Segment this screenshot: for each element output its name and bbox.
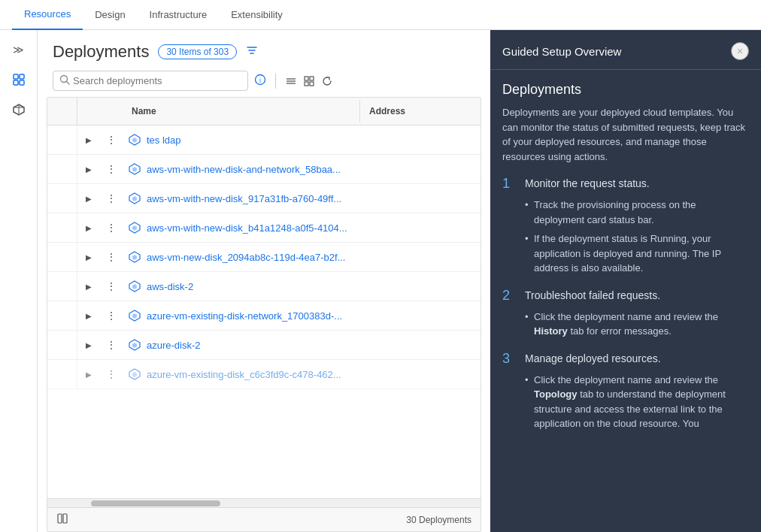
svg-rect-14: [310, 82, 314, 86]
search-wrapper[interactable]: [53, 71, 248, 91]
row-menu-button[interactable]: ⋮: [100, 310, 123, 322]
search-bar: i: [38, 68, 490, 97]
search-input[interactable]: [73, 75, 241, 86]
table-split-icon[interactable]: [56, 512, 68, 527]
table-row: ▶ ⋮ aws-vm-new-disk_2094ab8c-119d-4ea7-b…: [47, 243, 481, 272]
table-row: ▶ ⋮ azure-vm-existing-disk_c6c3fd9c-c478…: [47, 360, 481, 389]
row-expand-button[interactable]: ▶: [77, 136, 100, 144]
row-address-cell: [360, 166, 481, 172]
step-1-number: 1: [502, 176, 517, 192]
step-2-bullet-1: Click the deployment name and review the…: [525, 310, 749, 339]
row-expand-button[interactable]: ▶: [77, 370, 100, 379]
horizontal-scrollbar[interactable]: [47, 498, 481, 507]
svg-marker-30: [132, 343, 137, 348]
grid-view-icon[interactable]: [303, 75, 315, 87]
deployments-header: Deployments 30 Items of 303: [38, 30, 490, 68]
row-expand-button[interactable]: ▶: [77, 165, 100, 174]
row-name-cell: aws-vm-with-new-disk_b41a1248-a0f5-4104.…: [123, 219, 360, 237]
svg-rect-1: [20, 74, 24, 79]
step-3-bullets: Click the deployment name and review the…: [502, 373, 749, 431]
row-menu-button[interactable]: ⋮: [100, 280, 123, 292]
row-checkbox[interactable]: [47, 301, 77, 330]
row-expand-button[interactable]: ▶: [77, 195, 100, 203]
row-checkbox[interactable]: [47, 331, 77, 359]
catalog-icon[interactable]: [5, 96, 32, 123]
row-checkbox[interactable]: [47, 272, 77, 301]
deployment-name[interactable]: aws-disk-2: [147, 281, 193, 292]
sidebar: ≫: [0, 30, 38, 532]
row-name-cell: aws-vm-new-disk_2094ab8c-119d-4ea7-b2f..…: [123, 248, 360, 266]
resources-icon[interactable]: [5, 66, 32, 93]
svg-marker-18: [132, 167, 137, 172]
row-expand-button[interactable]: ▶: [77, 341, 100, 349]
h-scroll-thumb[interactable]: [91, 500, 221, 506]
row-menu-button[interactable]: ⋮: [100, 163, 123, 175]
step-1: 1 Monitor the request status. Track the …: [502, 176, 749, 276]
row-checkbox[interactable]: [47, 243, 77, 271]
step-3-header: 3 Manage deployed resources.: [502, 351, 749, 367]
info-icon[interactable]: i: [254, 74, 266, 89]
toolbar-divider: [275, 74, 276, 89]
deployment-name[interactable]: aws-vm-with-new-disk-and-network_58baa..…: [147, 164, 341, 175]
deployment-name[interactable]: azure-disk-2: [147, 340, 201, 351]
filter-icon[interactable]: [246, 44, 258, 59]
table-row: ▶ ⋮ azure-disk-2: [47, 331, 481, 360]
step-1-bullets: Track the provisioning process on the de…: [502, 198, 749, 276]
step-2: 2 Troubleshoot failed requests. Click th…: [502, 288, 749, 339]
row-menu-button[interactable]: ⋮: [100, 222, 123, 234]
table-body: ▶ ⋮ tes ldap ▶ ⋮ aws-vm-with-new-disk-: [47, 125, 481, 498]
row-name-cell: aws-vm-with-new-disk-and-network_58baa..…: [123, 160, 360, 178]
row-address-cell: [360, 137, 481, 143]
row-menu-button[interactable]: ⋮: [100, 339, 123, 351]
row-address-cell: [360, 254, 481, 260]
deployment-name[interactable]: aws-vm-new-disk_2094ab8c-119d-4ea7-b2f..…: [147, 252, 345, 263]
row-expand-button[interactable]: ▶: [77, 224, 100, 232]
svg-rect-33: [58, 514, 62, 523]
tab-resources[interactable]: Resources: [12, 0, 83, 30]
deployment-name[interactable]: azure-vm-existing-disk_c6c3fd9c-c478-462…: [147, 369, 341, 380]
row-menu-button[interactable]: ⋮: [100, 192, 123, 204]
th-address: Address: [360, 100, 481, 122]
list-view-icon[interactable]: [285, 75, 297, 87]
row-checkbox[interactable]: [47, 213, 77, 242]
row-expand-button[interactable]: ▶: [77, 283, 100, 291]
step-2-title: Troubleshoot failed requests.: [525, 289, 660, 301]
tab-design[interactable]: Design: [83, 0, 137, 30]
row-menu-button[interactable]: ⋮: [100, 368, 123, 380]
row-expand-button[interactable]: ▶: [77, 312, 100, 320]
step-1-bullet-2: If the deployment status is Running, you…: [525, 231, 749, 276]
row-menu-button[interactable]: ⋮: [100, 251, 123, 263]
deployment-name[interactable]: tes ldap: [147, 135, 181, 146]
deployment-name[interactable]: aws-vm-with-new-disk_b41a1248-a0f5-4104.…: [147, 222, 347, 234]
page-title: Deployments: [53, 42, 149, 62]
row-checkbox[interactable]: [47, 184, 77, 213]
deployments-table: Name Address ▶ ⋮ tes ldap: [47, 97, 481, 532]
svg-marker-22: [132, 225, 137, 231]
step-1-title: Monitor the request status.: [525, 177, 650, 189]
row-name-cell: azure-vm-existing-disk_c6c3fd9c-c478-462…: [123, 365, 360, 383]
row-menu-button[interactable]: ⋮: [100, 134, 123, 146]
table-row: ▶ ⋮ aws-disk-2: [47, 272, 481, 301]
th-checkbox: [47, 98, 77, 125]
svg-text:i: i: [259, 77, 261, 84]
row-expand-button[interactable]: ▶: [77, 253, 100, 261]
row-checkbox[interactable]: [47, 125, 77, 154]
tab-extensibility[interactable]: Extensibility: [219, 0, 295, 30]
svg-marker-28: [132, 313, 137, 319]
refresh-icon[interactable]: [321, 75, 333, 87]
row-checkbox[interactable]: [47, 360, 77, 388]
table-row: ▶ ⋮ aws-vm-with-new-disk_917a31fb-a760-4…: [47, 184, 481, 213]
deployment-name[interactable]: azure-vm-existing-disk-network_1700383d-…: [147, 310, 342, 322]
row-address-cell: [360, 342, 481, 348]
row-address-cell: [360, 225, 481, 231]
deployment-icon: [129, 222, 141, 234]
tab-infrastructure[interactable]: Infrastructure: [138, 0, 220, 30]
collapse-sidebar-button[interactable]: ≫: [5, 36, 32, 63]
row-checkbox[interactable]: [47, 155, 77, 183]
top-nav: Resources Design Infrastructure Extensib…: [0, 0, 761, 30]
table-row: ▶ ⋮ azure-vm-existing-disk-network_17003…: [47, 301, 481, 331]
table-row: ▶ ⋮ tes ldap: [47, 125, 481, 155]
deployment-name[interactable]: aws-vm-with-new-disk_917a31fb-a760-49ff.…: [147, 193, 341, 204]
step-1-header: 1 Monitor the request status.: [502, 176, 749, 192]
panel-close-button[interactable]: ×: [731, 42, 749, 60]
